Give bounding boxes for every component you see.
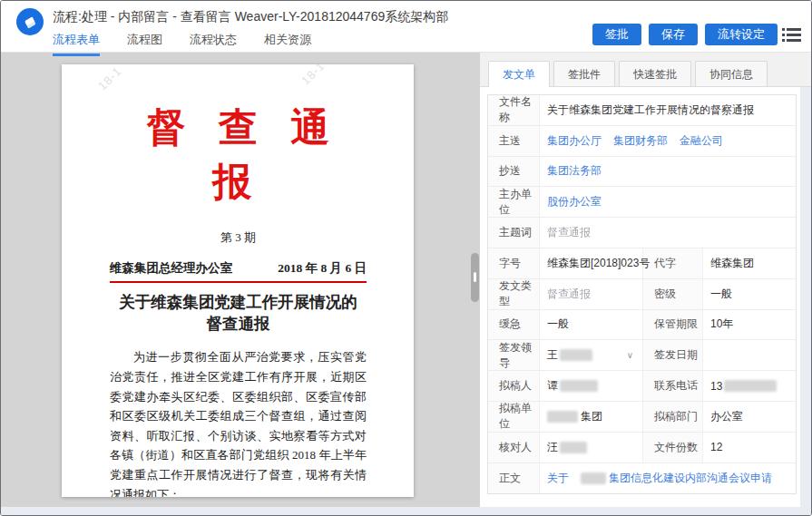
list-menu-icon[interactable] [781, 27, 803, 44]
field-label-short-code: 代字 [642, 248, 702, 278]
red-divider [110, 281, 367, 283]
field-value-issue-date [702, 340, 796, 370]
vertical-scrollbar[interactable] [800, 87, 811, 507]
field-value-issuing-leader: 王∨ [539, 340, 642, 370]
form-row: 主送集团办公厅集团财务部金融公司 [488, 126, 796, 157]
action-button-sign-approve[interactable]: 签批 [592, 24, 641, 45]
field-label-host-unit: 主办单位 [488, 187, 539, 217]
document-title: 关于维森集团党建工作开展情况的 督查通报 [110, 291, 367, 335]
value-text: 关于维森集团党建工作开展情况的督察通报 [547, 102, 754, 118]
value-text: 一般 [547, 316, 569, 332]
field-label-copy-send: 抄送 [488, 157, 539, 187]
action-button-flow-settings[interactable]: 流转设定 [705, 24, 778, 45]
field-value-retention-period: 10年 [702, 310, 796, 340]
field-label-urgency: 缓急 [488, 310, 539, 340]
value-text: 汪 [547, 440, 558, 455]
dispatch-form-table: 文件名称关于维森集团党建工作开展情况的督察通报主送集团办公厅集团财务部金融公司抄… [487, 94, 797, 494]
value-link[interactable]: 金融公司 [680, 133, 723, 149]
field-value-subject-words: 督查通报 [539, 218, 796, 248]
form-row: 文件名称关于维森集团党建工作开展情况的督察通报 [488, 95, 796, 126]
field-value-urgency: 一般 [539, 310, 642, 340]
field-value-host-unit: 股份办公室 [539, 187, 796, 217]
document-body: 督 查 通 报 第 3 期 维森集团总经理办公室 2018 年 8 月 6 日 … [62, 64, 414, 497]
field-value-contact-phone: 13 [702, 371, 796, 401]
value-text: 王 [547, 347, 558, 363]
field-label-dispatch-type: 发文类型 [488, 279, 539, 309]
field-label-contact-phone: 联系电话 [642, 371, 702, 401]
content-area: 18-1 18-1 督 查 通 报 第 3 期 维森集团总经理办公室 2018 … [1, 53, 811, 507]
value-text: 集团 [581, 409, 602, 424]
pane-splitter-handle[interactable] [471, 253, 479, 302]
value-text: 维森集团 [710, 256, 754, 271]
issue-number: 第 3 期 [110, 229, 367, 246]
form-row: 主办单位股份办公室 [488, 187, 796, 218]
field-label-retention-period: 保管期限 [642, 310, 702, 340]
field-value-short-code: 维森集团 [702, 248, 796, 278]
weaver-logo-icon [16, 8, 44, 35]
dropdown-chevron-icon[interactable]: ∨ [627, 350, 633, 360]
redacted-blur [724, 380, 777, 392]
form-row: 抄送集团法务部 [488, 157, 796, 188]
value-text: 谭 [547, 378, 558, 394]
panel-tab-dispatch-form[interactable]: 发文单 [488, 61, 550, 87]
form-row: 拟稿单位集团拟稿部门办公室 [488, 402, 796, 433]
form-row: 缓急一般保管期限10年 [488, 310, 796, 341]
main-tab-flow-status[interactable]: 流程状态 [190, 32, 237, 56]
value-link[interactable]: 集团财务部 [613, 133, 668, 149]
field-value-doc-number: 维森集团[2018]023号 [539, 248, 642, 278]
field-label-checker: 核对人 [488, 433, 539, 462]
panel-tab-quick-approve[interactable]: 快速签批 [619, 61, 691, 86]
field-value-body-text: 关于集团信息化建设内部沟通会议申请 [539, 463, 796, 494]
form-row: 核对人汪文件份数12 [488, 433, 796, 463]
redacted-blur [581, 472, 606, 484]
panel-tab-approval-doc[interactable]: 签批件 [553, 61, 615, 86]
field-value-draft-unit: 集团 [539, 402, 642, 432]
document-title-line2: 督查通报 [110, 313, 367, 335]
value-text-faded: 督查通报 [547, 287, 591, 302]
field-label-drafter: 拟稿人 [488, 371, 539, 401]
value-link[interactable]: 集团法务部 [547, 163, 602, 179]
redacted-blur [547, 411, 578, 423]
field-value-dispatch-type: 督查通报 [539, 279, 642, 309]
document-page: 18-1 18-1 督 查 通 报 第 3 期 维森集团总经理办公室 2018 … [62, 64, 414, 497]
field-label-body-text: 正文 [488, 463, 539, 494]
main-tab-related-resources[interactable]: 相关资源 [264, 32, 311, 56]
main-tab-flow-chart[interactable]: 流程图 [127, 32, 162, 56]
field-label-issue-date: 签发日期 [642, 340, 702, 370]
value-link[interactable]: 股份办公室 [547, 194, 602, 209]
panel-tab-collaboration-info[interactable]: 协同信息 [695, 61, 768, 86]
field-value-file-name: 关于维森集团党建工作开展情况的督察通报 [539, 95, 796, 125]
value-link[interactable]: 集团办公厅 [547, 133, 602, 149]
form-row: 签发领导王∨签发日期 [488, 340, 796, 371]
field-label-issuing-leader: 签发领导 [488, 340, 539, 370]
issuer-row: 维森集团总经理办公室 2018 年 8 月 6 日 [110, 260, 367, 277]
horizontal-scrollbar[interactable] [1, 507, 811, 515]
field-value-copy-send: 集团法务部 [539, 157, 796, 187]
document-masthead: 督 查 通 报 [110, 101, 367, 209]
page-title: 流程:处理 - 内部留言 - 查看留言 Weaver-LY-2018120447… [53, 9, 448, 25]
main-tab-flow-form[interactable]: 流程表单 [53, 32, 100, 56]
value-text: 12 [710, 441, 722, 453]
app-window: 流程:处理 - 内部留言 - 查看留言 Weaver-LY-2018120447… [0, 0, 812, 516]
document-preview-pane: 18-1 18-1 督 查 通 报 第 3 期 维森集团总经理办公室 2018 … [1, 53, 480, 507]
field-value-drafter: 谭 [539, 371, 642, 401]
value-text: 维森集团[2018]023号 [547, 256, 650, 271]
main-tab-bar: 流程表单流程图流程状态相关资源 [53, 32, 311, 56]
field-label-security-level: 密级 [642, 279, 702, 309]
value-text-faded: 督查通报 [547, 225, 591, 240]
panel-tab-bar: 发文单签批件快速签批协同信息 [480, 53, 811, 87]
value-text: 一般 [710, 287, 732, 302]
field-value-security-level: 一般 [702, 279, 796, 309]
value-text: 办公室 [710, 409, 743, 424]
value-link[interactable]: 关于 [547, 471, 569, 486]
paragraph: 为进一步贯彻全面从严治党要求，压实管党治党责任，推进全区党建工作有序开展，近期区… [110, 347, 367, 497]
form-panel: 发文单签批件快速签批协同信息 文件名称关于维森集团党建工作开展情况的督察通报主送… [480, 53, 811, 507]
form-row: 拟稿人谭联系电话13 [488, 371, 796, 402]
field-label-doc-number: 字号 [488, 248, 539, 278]
field-label-main-send: 主送 [488, 126, 539, 156]
field-label-draft-dept: 拟稿部门 [642, 402, 702, 432]
value-link[interactable]: 集团信息化建设内部沟通会议申请 [609, 471, 772, 486]
action-button-save[interactable]: 保存 [649, 24, 698, 45]
issue-date: 2018 年 8 月 6 日 [278, 260, 367, 277]
document-title-line1: 关于维森集团党建工作开展情况的 [110, 291, 367, 313]
